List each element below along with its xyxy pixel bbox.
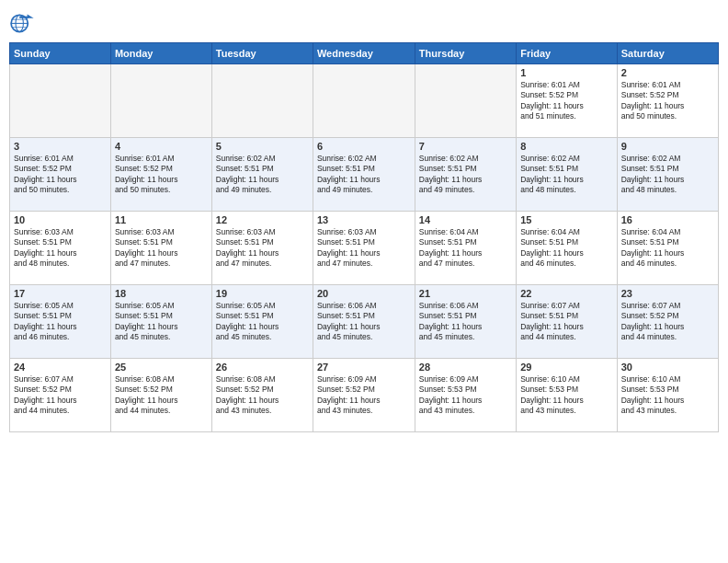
day-info: Sunrise: 6:01 AM Sunset: 5:52 PM Dayligh… xyxy=(14,154,107,196)
day-cell-3: 3Sunrise: 6:01 AM Sunset: 5:52 PM Daylig… xyxy=(10,138,111,212)
day-cell-7: 7Sunrise: 6:02 AM Sunset: 5:51 PM Daylig… xyxy=(415,138,516,212)
day-info: Sunrise: 6:02 AM Sunset: 5:51 PM Dayligh… xyxy=(520,154,613,196)
day-number: 18 xyxy=(115,288,208,299)
day-cell-20: 20Sunrise: 6:06 AM Sunset: 5:51 PM Dayli… xyxy=(313,285,415,359)
weekday-header-wednesday: Wednesday xyxy=(313,43,415,64)
day-info: Sunrise: 6:05 AM Sunset: 5:51 PM Dayligh… xyxy=(216,301,309,343)
week-row-4: 17Sunrise: 6:05 AM Sunset: 5:51 PM Dayli… xyxy=(10,285,719,359)
day-cell-22: 22Sunrise: 6:07 AM Sunset: 5:51 PM Dayli… xyxy=(517,285,618,359)
day-cell-4: 4Sunrise: 6:01 AM Sunset: 5:52 PM Daylig… xyxy=(110,138,211,212)
day-number: 27 xyxy=(317,362,411,373)
day-number: 29 xyxy=(520,362,613,373)
week-row-1: 1Sunrise: 6:01 AM Sunset: 5:52 PM Daylig… xyxy=(10,64,719,138)
day-cell-21: 21Sunrise: 6:06 AM Sunset: 5:51 PM Dayli… xyxy=(415,285,516,359)
day-info: Sunrise: 6:02 AM Sunset: 5:51 PM Dayligh… xyxy=(419,154,512,196)
day-info: Sunrise: 6:08 AM Sunset: 5:52 PM Dayligh… xyxy=(216,374,309,417)
empty-cell xyxy=(313,64,415,138)
weekday-header-thursday: Thursday xyxy=(415,43,516,64)
week-row-2: 3Sunrise: 6:01 AM Sunset: 5:52 PM Daylig… xyxy=(10,138,719,212)
day-info: Sunrise: 6:04 AM Sunset: 5:51 PM Dayligh… xyxy=(520,227,613,270)
day-cell-28: 28Sunrise: 6:09 AM Sunset: 5:53 PM Dayli… xyxy=(415,359,516,432)
day-info: Sunrise: 6:01 AM Sunset: 5:52 PM Dayligh… xyxy=(520,80,613,122)
calendar: SundayMondayTuesdayWednesdayThursdayFrid… xyxy=(9,42,719,432)
day-number: 23 xyxy=(621,288,714,299)
day-cell-26: 26Sunrise: 6:08 AM Sunset: 5:52 PM Dayli… xyxy=(211,359,313,432)
week-row-3: 10Sunrise: 6:03 AM Sunset: 5:51 PM Dayli… xyxy=(10,212,719,285)
day-info: Sunrise: 6:06 AM Sunset: 5:51 PM Dayligh… xyxy=(419,301,512,343)
day-info: Sunrise: 6:05 AM Sunset: 5:51 PM Dayligh… xyxy=(14,301,107,343)
day-cell-25: 25Sunrise: 6:08 AM Sunset: 5:52 PM Dayli… xyxy=(110,359,211,432)
day-number: 24 xyxy=(14,362,107,373)
logo-icon xyxy=(9,9,35,35)
day-info: Sunrise: 6:02 AM Sunset: 5:51 PM Dayligh… xyxy=(621,154,714,196)
empty-cell xyxy=(110,64,211,138)
day-cell-2: 2Sunrise: 6:01 AM Sunset: 5:52 PM Daylig… xyxy=(617,64,718,138)
day-number: 22 xyxy=(520,288,613,299)
day-info: Sunrise: 6:03 AM Sunset: 5:51 PM Dayligh… xyxy=(317,227,411,270)
day-number: 30 xyxy=(621,362,714,373)
day-info: Sunrise: 6:04 AM Sunset: 5:51 PM Dayligh… xyxy=(419,227,512,270)
day-number: 14 xyxy=(419,214,512,225)
day-number: 28 xyxy=(419,362,512,373)
weekday-header-friday: Friday xyxy=(517,43,618,64)
day-number: 11 xyxy=(115,214,208,225)
day-number: 8 xyxy=(520,141,613,152)
day-info: Sunrise: 6:02 AM Sunset: 5:51 PM Dayligh… xyxy=(216,154,309,196)
day-cell-1: 1Sunrise: 6:01 AM Sunset: 5:52 PM Daylig… xyxy=(517,64,618,138)
weekday-header-tuesday: Tuesday xyxy=(211,43,313,64)
empty-cell xyxy=(10,64,111,138)
weekday-header-sunday: Sunday xyxy=(10,43,111,64)
day-info: Sunrise: 6:08 AM Sunset: 5:52 PM Dayligh… xyxy=(115,374,208,417)
day-info: Sunrise: 6:01 AM Sunset: 5:52 PM Dayligh… xyxy=(621,80,714,122)
day-cell-19: 19Sunrise: 6:05 AM Sunset: 5:51 PM Dayli… xyxy=(211,285,313,359)
day-cell-8: 8Sunrise: 6:02 AM Sunset: 5:51 PM Daylig… xyxy=(517,138,618,212)
day-cell-24: 24Sunrise: 6:07 AM Sunset: 5:52 PM Dayli… xyxy=(10,359,111,432)
day-info: Sunrise: 6:05 AM Sunset: 5:51 PM Dayligh… xyxy=(115,301,208,343)
day-info: Sunrise: 6:02 AM Sunset: 5:51 PM Dayligh… xyxy=(317,154,411,196)
day-number: 7 xyxy=(419,141,512,152)
day-number: 2 xyxy=(621,67,714,78)
day-number: 6 xyxy=(317,141,411,152)
weekday-header-row: SundayMondayTuesdayWednesdayThursdayFrid… xyxy=(10,43,719,64)
day-info: Sunrise: 6:06 AM Sunset: 5:51 PM Dayligh… xyxy=(317,301,411,343)
day-info: Sunrise: 6:07 AM Sunset: 5:51 PM Dayligh… xyxy=(520,301,613,343)
day-number: 5 xyxy=(216,141,309,152)
day-cell-30: 30Sunrise: 6:10 AM Sunset: 5:53 PM Dayli… xyxy=(617,359,718,432)
page: SundayMondayTuesdayWednesdayThursdayFrid… xyxy=(0,0,728,563)
day-cell-13: 13Sunrise: 6:03 AM Sunset: 5:51 PM Dayli… xyxy=(313,212,415,285)
day-number: 10 xyxy=(14,214,107,225)
day-cell-16: 16Sunrise: 6:04 AM Sunset: 5:51 PM Dayli… xyxy=(617,212,718,285)
day-info: Sunrise: 6:01 AM Sunset: 5:52 PM Dayligh… xyxy=(115,154,208,196)
empty-cell xyxy=(415,64,516,138)
day-number: 15 xyxy=(520,214,613,225)
day-cell-29: 29Sunrise: 6:10 AM Sunset: 5:53 PM Dayli… xyxy=(517,359,618,432)
day-cell-12: 12Sunrise: 6:03 AM Sunset: 5:51 PM Dayli… xyxy=(211,212,313,285)
day-info: Sunrise: 6:04 AM Sunset: 5:51 PM Dayligh… xyxy=(621,227,714,270)
day-cell-23: 23Sunrise: 6:07 AM Sunset: 5:52 PM Dayli… xyxy=(617,285,718,359)
header xyxy=(9,9,719,35)
day-info: Sunrise: 6:10 AM Sunset: 5:53 PM Dayligh… xyxy=(520,374,613,417)
day-number: 16 xyxy=(621,214,714,225)
day-number: 25 xyxy=(115,362,208,373)
day-number: 21 xyxy=(419,288,512,299)
svg-rect-7 xyxy=(19,17,28,18)
day-cell-11: 11Sunrise: 6:03 AM Sunset: 5:51 PM Dayli… xyxy=(110,212,211,285)
day-cell-27: 27Sunrise: 6:09 AM Sunset: 5:52 PM Dayli… xyxy=(313,359,415,432)
day-info: Sunrise: 6:09 AM Sunset: 5:53 PM Dayligh… xyxy=(419,374,512,417)
day-number: 20 xyxy=(317,288,411,299)
day-number: 1 xyxy=(520,67,613,78)
day-number: 13 xyxy=(317,214,411,225)
day-number: 3 xyxy=(14,141,107,152)
day-number: 26 xyxy=(216,362,309,373)
day-number: 19 xyxy=(216,288,309,299)
day-info: Sunrise: 6:07 AM Sunset: 5:52 PM Dayligh… xyxy=(621,301,714,343)
day-info: Sunrise: 6:07 AM Sunset: 5:52 PM Dayligh… xyxy=(14,374,107,417)
day-number: 9 xyxy=(621,141,714,152)
day-cell-10: 10Sunrise: 6:03 AM Sunset: 5:51 PM Dayli… xyxy=(10,212,111,285)
day-cell-17: 17Sunrise: 6:05 AM Sunset: 5:51 PM Dayli… xyxy=(10,285,111,359)
day-cell-5: 5Sunrise: 6:02 AM Sunset: 5:51 PM Daylig… xyxy=(211,138,313,212)
day-info: Sunrise: 6:03 AM Sunset: 5:51 PM Dayligh… xyxy=(115,227,208,270)
logo xyxy=(9,9,39,35)
day-number: 17 xyxy=(14,288,107,299)
day-info: Sunrise: 6:10 AM Sunset: 5:53 PM Dayligh… xyxy=(621,374,714,417)
